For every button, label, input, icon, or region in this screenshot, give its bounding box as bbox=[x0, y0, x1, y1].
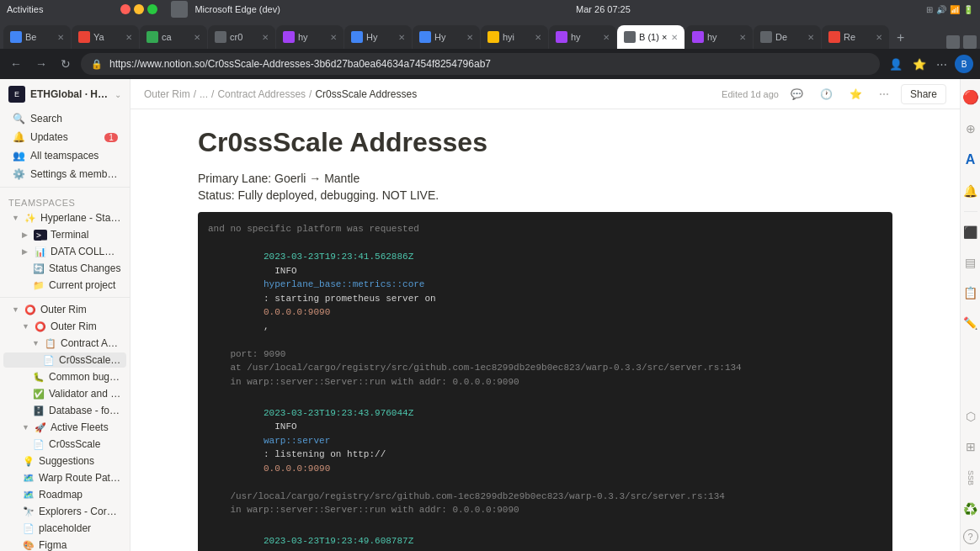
tree-label-data: DATA COLLECTION bbox=[51, 246, 121, 257]
tree-current-project[interactable]: 📁 Current project bbox=[3, 278, 126, 293]
terminal-line-8: 2023-03-23T19:23:49.608787Z INFO validat… bbox=[208, 521, 882, 551]
tree-contract-addresses[interactable]: ▼ 📋 Contract Addresses bbox=[3, 336, 126, 351]
sidebar-item-settings[interactable]: ⚙️ Settings & members bbox=[3, 166, 126, 183]
tree-label-explorers: Explorers - Core & Ri... bbox=[39, 506, 121, 517]
tree-cr0ss-scale[interactable]: 📄 Cr0ssScale Addre... bbox=[3, 352, 126, 368]
tab-8[interactable]: hy✕ bbox=[549, 25, 616, 49]
tree-status-changes[interactable]: 🔄 Status Changes bbox=[3, 261, 126, 276]
tree-icon-suggestions: 💡 bbox=[22, 456, 35, 467]
tab-3[interactable]: cr0✕ bbox=[208, 25, 275, 49]
workspace-header[interactable]: E ETHGlobal · Hyperlane ⌄ bbox=[0, 79, 130, 109]
rp-icon-help[interactable]: ? bbox=[963, 529, 978, 544]
settings-button[interactable]: ⋯ bbox=[934, 56, 950, 73]
tab-9-active[interactable]: B (1) ×✕ bbox=[617, 25, 684, 49]
tab-10[interactable]: hy✕ bbox=[685, 25, 753, 49]
tree-label-cr0ss-child: Cr0ssScale bbox=[49, 438, 121, 450]
more-button[interactable]: ⋯ bbox=[874, 85, 894, 103]
rp-icon-4[interactable]: 🔔 bbox=[960, 181, 980, 201]
tree-arrow-outer-rim[interactable]: ▼ bbox=[12, 305, 20, 314]
tree-bugs[interactable]: 🐛 Common bugs and is... bbox=[3, 369, 126, 384]
tree-icon-project: 📁 bbox=[32, 280, 45, 291]
favorite-button[interactable]: ⭐ bbox=[844, 85, 867, 103]
comment-button[interactable]: 💬 bbox=[786, 85, 808, 103]
refresh-button[interactable]: ↻ bbox=[57, 54, 74, 74]
rp-icon-10[interactable]: ⊞ bbox=[962, 437, 979, 457]
tree-arrow-hyperlane[interactable]: ▼ bbox=[12, 214, 20, 222]
rp-icon-5[interactable]: ⬛ bbox=[960, 222, 980, 242]
tree-label-hyperlane: Hyperlane - Starlight ... bbox=[40, 212, 121, 224]
tree-icon-outer-rim: ⭕ bbox=[24, 305, 37, 315]
history-button[interactable]: 🕐 bbox=[815, 85, 838, 103]
tree-terminal[interactable]: ▶ >_ Terminal bbox=[3, 227, 126, 242]
tree-placeholder[interactable]: 📄 placeholder bbox=[3, 521, 126, 536]
sidebar-item-search[interactable]: 🔍 Search bbox=[3, 110, 126, 127]
profile-button[interactable]: 👤 bbox=[887, 56, 905, 73]
back-button[interactable]: ← bbox=[7, 54, 25, 74]
main-content: Outer Rim / ... / Contract Addresses / C… bbox=[130, 79, 960, 551]
forward-button[interactable]: → bbox=[32, 54, 51, 74]
tab-12[interactable]: Re✕ bbox=[822, 25, 889, 49]
nav-bar: ← → ↻ 🔒 https://www.notion.so/Cr0ssScale… bbox=[0, 49, 980, 79]
rp-icon-6[interactable]: ▤ bbox=[961, 252, 979, 273]
edge-profile[interactable]: B bbox=[955, 55, 973, 73]
tree-arrow-contracts[interactable]: ▼ bbox=[32, 339, 40, 347]
share-button[interactable]: Share bbox=[901, 84, 946, 104]
tree-outer-rim-root[interactable]: ▼ ⭕ Outer Rim bbox=[3, 302, 126, 317]
tree-roadmap[interactable]: 🗺️ Roadmap bbox=[3, 487, 126, 502]
search-label: Search bbox=[30, 113, 118, 125]
tree-arrow-terminal[interactable]: ▶ bbox=[22, 230, 30, 239]
tree-arrow-outer-rim-child[interactable]: ▼ bbox=[22, 322, 30, 331]
favorites-button[interactable]: ⭐ bbox=[910, 56, 929, 73]
rp-icon-3[interactable]: A bbox=[962, 149, 979, 171]
activities-label[interactable]: Activities bbox=[7, 4, 43, 14]
address-bar[interactable]: 🔒 https://www.notion.so/Cr0ssScale-Addre… bbox=[81, 53, 880, 75]
tree-label-outer-rim: Outer Rim bbox=[40, 304, 121, 315]
tree-arrow-data[interactable]: ▶ bbox=[22, 247, 30, 256]
breadcrumb-ellipsis[interactable]: ... bbox=[200, 88, 208, 100]
tab-6[interactable]: Hy✕ bbox=[413, 25, 480, 49]
tree-validator[interactable]: ✅ Validator and Relayer... bbox=[3, 386, 126, 401]
new-tab-button[interactable]: + bbox=[890, 27, 911, 49]
tree-outer-rim-child[interactable]: ▼ ⭕ Outer Rim bbox=[3, 319, 126, 334]
tree-explorers[interactable]: 🔭 Explorers - Core & Ri... bbox=[3, 504, 126, 519]
breadcrumb-outer-rim[interactable]: Outer Rim bbox=[144, 88, 190, 100]
terminal-line-4: in warp::server::Server::run with addr: … bbox=[208, 375, 882, 389]
sys-icon-1: ⊞ bbox=[926, 5, 933, 14]
sidebar-item-updates[interactable]: 🔔 Updates 1 bbox=[3, 129, 126, 146]
tree-data-collection[interactable]: ▶ 📊 DATA COLLECTION bbox=[3, 244, 126, 259]
terminal-line-6: /usr/local/cargo/registry/src/github.com… bbox=[208, 490, 882, 504]
rp-icon-9[interactable]: ⬡ bbox=[962, 406, 979, 426]
tab-11[interactable]: De✕ bbox=[754, 25, 821, 49]
rp-icon-8[interactable]: ✏️ bbox=[960, 313, 980, 333]
rp-icon-1[interactable]: 🔴 bbox=[959, 86, 981, 109]
sidebar-item-teamspaces[interactable]: 👥 All teamspaces bbox=[3, 147, 126, 164]
tab-0[interactable]: Be✕ bbox=[3, 25, 71, 49]
tab-7[interactable]: hyi✕ bbox=[481, 25, 548, 49]
tab-4[interactable]: hy✕ bbox=[276, 25, 344, 49]
breadcrumb-sep-2: / bbox=[211, 88, 214, 100]
rp-icon-7[interactable]: 📋 bbox=[960, 283, 980, 303]
tab-1[interactable]: Ya✕ bbox=[72, 25, 139, 49]
workspace-icon: E bbox=[8, 86, 25, 103]
tree-active-fleets[interactable]: ▼ 🚀 Active Fleets bbox=[3, 420, 126, 435]
tree-arrow-fleets[interactable]: ▼ bbox=[22, 423, 30, 432]
tree-label-terminal: Terminal bbox=[51, 229, 121, 241]
tree-suggestions[interactable]: 💡 Suggestions bbox=[3, 453, 126, 469]
tree-label-placeholder: placeholder bbox=[39, 522, 121, 534]
tab-2[interactable]: ca✕ bbox=[140, 25, 207, 49]
teamspaces-section-label: Teamspaces bbox=[0, 191, 130, 209]
tab-5[interactable]: Hy✕ bbox=[344, 25, 412, 49]
edited-label: Edited 1d ago bbox=[722, 89, 779, 99]
tree-icon-placeholder: 📄 bbox=[22, 523, 35, 534]
tree-warp[interactable]: 🗺️ Warp Route Pathfinder bbox=[3, 470, 126, 485]
tree-database[interactable]: 🗄️ Database - for Deplo... bbox=[3, 403, 126, 418]
sidebar-divider-1 bbox=[0, 187, 130, 188]
app-name: Microsoft Edge (dev) bbox=[194, 4, 280, 14]
tree-cr0ss-scale-child[interactable]: 📄 Cr0ssScale bbox=[3, 437, 126, 452]
tree-figma[interactable]: 🎨 Figma bbox=[3, 538, 126, 551]
rp-icon-11[interactable]: ♻️ bbox=[960, 499, 980, 519]
tree-hyperlane[interactable]: ▼ ✨ Hyperlane - Starlight ... bbox=[3, 210, 126, 225]
breadcrumb-contract-addresses[interactable]: Contract Addresses bbox=[217, 88, 306, 100]
rp-icon-2[interactable]: ⊕ bbox=[962, 119, 979, 139]
rp-icon-ssb: SSB bbox=[963, 467, 978, 489]
